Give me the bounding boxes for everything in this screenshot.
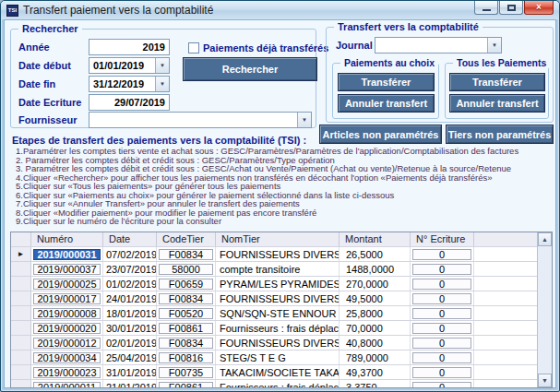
row-selector[interactable] xyxy=(11,365,31,379)
chevron-down-icon[interactable]: ▼ xyxy=(297,113,311,127)
cell-montant[interactable]: 49,3700 xyxy=(340,365,411,379)
cell-numero[interactable]: 2019/000020 xyxy=(31,321,103,335)
search-button[interactable]: Rechercher xyxy=(183,57,317,81)
cell-nomtier[interactable]: TAKACIM/SOCIETE TAKACIM xyxy=(216,365,340,379)
cell-numero[interactable]: 2019/000017 xyxy=(31,291,103,305)
cell-date[interactable]: 24/01/2019 1... xyxy=(103,291,157,305)
tiers-non-parametres-button[interactable]: Tiers non paramétrés xyxy=(446,125,554,144)
cell-codetier[interactable]: F00816 xyxy=(157,350,216,364)
cell-codetier[interactable]: F00659 xyxy=(157,277,216,291)
cell-numero[interactable]: 2019/000023 xyxy=(31,365,103,379)
transferred-checkbox-label[interactable]: Paiements déjà transférés xyxy=(203,42,328,53)
cell-codetier[interactable]: F00834 xyxy=(157,291,216,305)
cell-numero[interactable]: 2019/000011 xyxy=(31,380,103,388)
row-selector[interactable] xyxy=(11,306,31,320)
articles-non-parametres-button[interactable]: Articles non paramétrés xyxy=(319,125,442,144)
cell-codetier[interactable]: F00861 xyxy=(157,380,216,388)
cell-nomtier[interactable]: PYRAM/LES PYRAMIDES xyxy=(216,277,340,291)
chevron-down-icon[interactable]: ▼ xyxy=(487,38,501,53)
cell-n-ecriture[interactable]: 0 xyxy=(411,247,474,261)
header-n-ecriture[interactable]: N° Ecriture xyxy=(411,232,474,246)
cell-nomtier[interactable]: SQN/SQN-STE ENNOUR (PROD.FER) xyxy=(216,306,340,320)
choice-cancel-transfer-button[interactable]: Annuler transfert xyxy=(338,94,435,113)
row-selector[interactable] xyxy=(11,247,31,261)
all-cancel-transfer-button[interactable]: Annuler transfert xyxy=(449,94,545,113)
cell-n-ecriture[interactable]: 0 xyxy=(411,291,474,305)
table-row[interactable]: 2019/000008 18/01/2019 1... F00520 SQN/S… xyxy=(11,306,537,321)
cell-montant[interactable]: 40,8000 xyxy=(340,336,411,350)
cell-montant[interactable]: 26,5000 xyxy=(340,247,411,261)
cell-numero[interactable]: 2019/000037 xyxy=(31,262,103,276)
cell-numero[interactable]: 2019/000008 xyxy=(31,306,103,320)
cell-date[interactable]: 23/07/2019 1... xyxy=(103,262,157,276)
chevron-down-icon[interactable]: ▼ xyxy=(155,77,169,91)
scroll-down-icon[interactable]: ▼ xyxy=(538,374,552,387)
cell-date[interactable]: 21/01/2019 1... xyxy=(103,380,157,388)
row-selector[interactable] xyxy=(11,277,31,291)
date-fin-combo[interactable]: 31/12/2019 ▼ xyxy=(89,76,170,92)
transferred-checkbox[interactable] xyxy=(188,42,199,53)
minimize-button[interactable] xyxy=(474,1,498,15)
table-row[interactable]: 2019/000011 21/01/2019 1... F00861 Fourn… xyxy=(11,380,537,388)
cell-montant[interactable]: 789,0000 xyxy=(340,350,411,364)
header-montant[interactable]: Montant xyxy=(340,232,411,246)
date-debut-combo[interactable]: 01/01/2019 ▼ xyxy=(89,57,170,74)
row-selector[interactable] xyxy=(11,350,31,364)
choice-transfer-button[interactable]: Transférer xyxy=(338,73,435,91)
header-nomtier[interactable]: NomTier xyxy=(216,232,340,246)
scroll-up-icon[interactable]: ▲ xyxy=(538,232,552,246)
cell-montant[interactable]: 1488,0000 xyxy=(340,262,411,276)
annee-input[interactable]: 2019 xyxy=(89,39,170,55)
table-row[interactable]: 2019/000025 01/02/2019 1... F00659 PYRAM… xyxy=(11,277,537,291)
table-row[interactable]: 2019/000031 07/02/2019 1... F00834 FOURN… xyxy=(11,247,537,262)
cell-numero[interactable]: 2019/000031 xyxy=(31,247,103,261)
cell-codetier[interactable]: F00735 xyxy=(157,365,216,379)
cell-numero[interactable]: 2019/000034 xyxy=(31,350,103,364)
cell-nomtier[interactable]: STEG/S T E G xyxy=(216,350,340,364)
cell-nomtier[interactable]: compte transitoire xyxy=(216,262,340,276)
cell-codetier[interactable]: F00520 xyxy=(157,306,216,320)
cell-n-ecriture[interactable]: 0 xyxy=(411,306,474,320)
cell-numero[interactable]: 2019/000025 xyxy=(31,277,103,291)
cell-codetier[interactable]: F00834 xyxy=(157,247,216,261)
cell-numero[interactable]: 2019/000012 xyxy=(31,336,103,350)
header-numero[interactable]: Numéro xyxy=(31,232,103,246)
row-selector[interactable] xyxy=(11,291,31,305)
cell-montant[interactable]: 49,5000 xyxy=(340,291,411,305)
cell-montant[interactable]: 270,0000 xyxy=(340,277,411,291)
date-ecriture-input[interactable]: 29/07/2019 xyxy=(89,94,170,111)
journal-combo[interactable]: ▼ xyxy=(375,37,502,53)
cell-nomtier[interactable]: Fournisseurs : frais déplac. et restau..… xyxy=(216,380,340,388)
cell-nomtier[interactable]: FOURNISSEURS DIVERS xyxy=(216,336,340,350)
row-selector[interactable] xyxy=(11,262,31,276)
all-transfer-button[interactable]: Transférer xyxy=(449,73,545,91)
cell-montant[interactable]: 25,8000 xyxy=(340,306,411,320)
cell-date[interactable]: 07/02/2019 1... xyxy=(103,247,157,261)
cell-n-ecriture[interactable]: 0 xyxy=(411,262,474,276)
cell-n-ecriture[interactable]: 0 xyxy=(411,336,474,350)
cell-date[interactable]: 18/01/2019 1... xyxy=(103,306,157,320)
cell-n-ecriture[interactable]: 0 xyxy=(411,350,474,364)
cell-n-ecriture[interactable]: 0 xyxy=(411,277,474,291)
table-row[interactable]: 2019/000012 02/01/2019 1... F00834 FOURN… xyxy=(11,336,537,350)
cell-codetier[interactable]: F00861 xyxy=(157,321,216,335)
grid-vertical-scrollbar[interactable]: ▲ ▼ xyxy=(537,232,552,387)
cell-nomtier[interactable]: FOURNISSEURS DIVERS xyxy=(216,291,340,305)
table-row[interactable]: 2019/000017 24/01/2019 1... F00834 FOURN… xyxy=(11,291,537,306)
table-row[interactable]: 2019/000020 30/01/2019 1... F00861 Fourn… xyxy=(11,321,537,336)
cell-n-ecriture[interactable]: 0 xyxy=(411,321,474,335)
fournisseur-combo[interactable]: ▼ xyxy=(89,112,312,128)
cell-montant[interactable]: 3,3750 xyxy=(340,380,411,388)
cell-date[interactable]: 31/01/2019 1... xyxy=(103,365,157,379)
row-selector[interactable] xyxy=(11,380,31,388)
cell-n-ecriture[interactable]: 0 xyxy=(411,365,474,379)
chevron-down-icon[interactable]: ▼ xyxy=(155,58,169,73)
cell-date[interactable]: 25/04/2019 1... xyxy=(103,350,157,364)
cell-date[interactable]: 30/01/2019 1... xyxy=(103,321,157,335)
table-row[interactable]: 2019/000023 31/01/2019 1... F00735 TAKAC… xyxy=(11,365,537,380)
header-codetier[interactable]: CodeTier xyxy=(157,232,216,246)
cell-date[interactable]: 02/01/2019 1... xyxy=(103,336,157,350)
cell-nomtier[interactable]: FOURNISSEURS DIVERS xyxy=(216,247,340,261)
row-selector[interactable] xyxy=(11,336,31,350)
close-button[interactable]: × xyxy=(524,1,554,15)
